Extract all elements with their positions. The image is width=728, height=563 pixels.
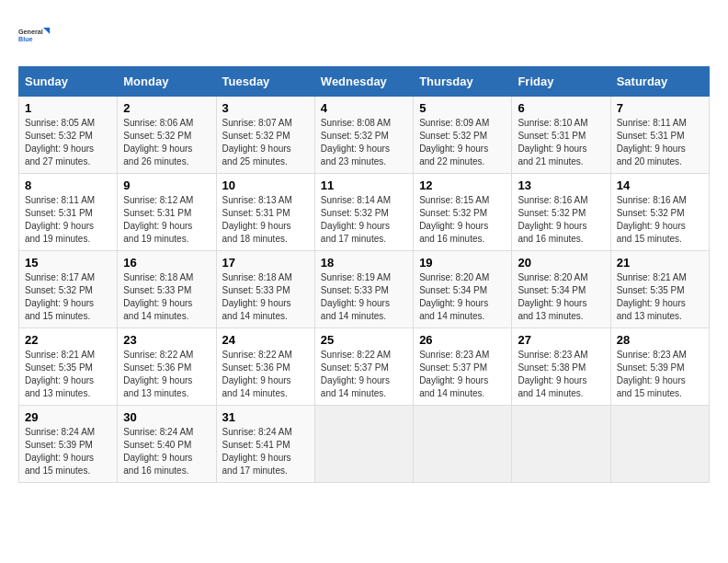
day-cell-24: 24 Sunrise: 8:22 AMSunset: 5:36 PMDaylig… (216, 328, 314, 406)
day-cell-1: 1 Sunrise: 8:05 AMSunset: 5:32 PMDayligh… (19, 97, 118, 174)
day-number: 30 (123, 410, 210, 424)
header-row: SundayMondayTuesdayWednesdayThursdayFrid… (19, 67, 710, 97)
day-info: Sunrise: 8:11 AMSunset: 5:31 PMDaylight:… (617, 118, 687, 167)
day-number: 6 (518, 101, 604, 115)
day-info: Sunrise: 8:17 AMSunset: 5:32 PMDaylight:… (25, 272, 95, 321)
day-cell-6: 6 Sunrise: 8:10 AMSunset: 5:31 PMDayligh… (512, 97, 610, 174)
day-info: Sunrise: 8:14 AMSunset: 5:32 PMDaylight:… (321, 195, 391, 244)
day-info: Sunrise: 8:18 AMSunset: 5:33 PMDaylight:… (222, 272, 292, 321)
day-number: 4 (321, 101, 407, 115)
day-cell-2: 2 Sunrise: 8:06 AMSunset: 5:32 PMDayligh… (118, 97, 216, 174)
day-info: Sunrise: 8:10 AMSunset: 5:31 PMDaylight:… (518, 118, 587, 167)
header-monday: Monday (118, 67, 216, 97)
day-cell-16: 16 Sunrise: 8:18 AMSunset: 5:33 PMDaylig… (118, 251, 216, 328)
day-cell-5: 5 Sunrise: 8:09 AMSunset: 5:32 PMDayligh… (414, 97, 512, 174)
day-info: Sunrise: 8:20 AMSunset: 5:34 PMDaylight:… (419, 272, 489, 321)
header-saturday: Saturday (610, 67, 709, 97)
header-wednesday: Wednesday (314, 67, 413, 97)
day-info: Sunrise: 8:08 AMSunset: 5:32 PMDaylight:… (321, 118, 391, 167)
day-cell-9: 9 Sunrise: 8:12 AMSunset: 5:31 PMDayligh… (118, 174, 216, 251)
day-info: Sunrise: 8:12 AMSunset: 5:31 PMDaylight:… (123, 195, 193, 244)
empty-cell (314, 406, 413, 483)
svg-marker-2 (43, 28, 50, 34)
logo-icon: GeneralBlue (18, 18, 51, 52)
day-number: 10 (222, 178, 309, 192)
day-number: 5 (419, 101, 506, 115)
day-info: Sunrise: 8:13 AMSunset: 5:31 PMDaylight:… (222, 195, 292, 244)
day-info: Sunrise: 8:07 AMSunset: 5:32 PMDaylight:… (222, 118, 292, 167)
day-cell-3: 3 Sunrise: 8:07 AMSunset: 5:32 PMDayligh… (216, 97, 314, 174)
day-info: Sunrise: 8:15 AMSunset: 5:32 PMDaylight:… (419, 195, 489, 244)
day-cell-28: 28 Sunrise: 8:23 AMSunset: 5:39 PMDaylig… (610, 328, 709, 406)
day-info: Sunrise: 8:19 AMSunset: 5:33 PMDaylight:… (321, 272, 391, 321)
day-info: Sunrise: 8:23 AMSunset: 5:39 PMDaylight:… (617, 350, 687, 398)
day-cell-25: 25 Sunrise: 8:22 AMSunset: 5:37 PMDaylig… (314, 328, 413, 406)
day-cell-7: 7 Sunrise: 8:11 AMSunset: 5:31 PMDayligh… (610, 97, 709, 174)
calendar-table: SundayMondayTuesdayWednesdayThursdayFrid… (18, 66, 710, 483)
week-row-1: 1 Sunrise: 8:05 AMSunset: 5:32 PMDayligh… (19, 97, 710, 174)
day-info: Sunrise: 8:20 AMSunset: 5:34 PMDaylight:… (518, 272, 587, 321)
day-cell-21: 21 Sunrise: 8:21 AMSunset: 5:35 PMDaylig… (610, 251, 709, 328)
day-cell-13: 13 Sunrise: 8:16 AMSunset: 5:32 PMDaylig… (512, 174, 610, 251)
day-info: Sunrise: 8:23 AMSunset: 5:38 PMDaylight:… (518, 350, 587, 398)
day-cell-15: 15 Sunrise: 8:17 AMSunset: 5:32 PMDaylig… (19, 251, 118, 328)
day-cell-20: 20 Sunrise: 8:20 AMSunset: 5:34 PMDaylig… (512, 251, 610, 328)
empty-cell (610, 406, 709, 483)
day-number: 8 (25, 178, 111, 192)
day-number: 21 (617, 256, 703, 270)
day-cell-27: 27 Sunrise: 8:23 AMSunset: 5:38 PMDaylig… (512, 328, 610, 406)
day-number: 17 (222, 256, 309, 270)
day-info: Sunrise: 8:11 AMSunset: 5:31 PMDaylight:… (25, 195, 95, 244)
day-info: Sunrise: 8:22 AMSunset: 5:37 PMDaylight:… (321, 350, 391, 398)
week-row-4: 22 Sunrise: 8:21 AMSunset: 5:35 PMDaylig… (19, 328, 710, 406)
day-number: 26 (419, 333, 506, 347)
day-cell-19: 19 Sunrise: 8:20 AMSunset: 5:34 PMDaylig… (414, 251, 512, 328)
header-sunday: Sunday (19, 67, 118, 97)
day-cell-12: 12 Sunrise: 8:15 AMSunset: 5:32 PMDaylig… (414, 174, 512, 251)
svg-text:Blue: Blue (18, 35, 33, 43)
day-number: 7 (617, 101, 703, 115)
day-info: Sunrise: 8:21 AMSunset: 5:35 PMDaylight:… (617, 272, 687, 321)
day-info: Sunrise: 8:24 AMSunset: 5:40 PMDaylight:… (123, 427, 193, 476)
day-number: 29 (25, 410, 111, 424)
week-row-2: 8 Sunrise: 8:11 AMSunset: 5:31 PMDayligh… (19, 174, 710, 251)
day-number: 9 (123, 178, 210, 192)
day-number: 14 (617, 178, 703, 192)
day-info: Sunrise: 8:16 AMSunset: 5:32 PMDaylight:… (518, 195, 587, 244)
day-info: Sunrise: 8:24 AMSunset: 5:41 PMDaylight:… (222, 427, 292, 476)
header-tuesday: Tuesday (216, 67, 314, 97)
logo: GeneralBlue (18, 18, 51, 52)
day-number: 2 (123, 101, 210, 115)
day-cell-4: 4 Sunrise: 8:08 AMSunset: 5:32 PMDayligh… (314, 97, 413, 174)
empty-cell (512, 406, 610, 483)
day-cell-17: 17 Sunrise: 8:18 AMSunset: 5:33 PMDaylig… (216, 251, 314, 328)
header-friday: Friday (512, 67, 610, 97)
day-number: 25 (321, 333, 407, 347)
day-info: Sunrise: 8:22 AMSunset: 5:36 PMDaylight:… (222, 350, 292, 398)
day-number: 11 (321, 178, 407, 192)
day-number: 12 (419, 178, 506, 192)
page-header: GeneralBlue (18, 18, 710, 52)
day-number: 13 (518, 178, 604, 192)
header-thursday: Thursday (414, 67, 512, 97)
day-number: 28 (617, 333, 703, 347)
week-row-5: 29 Sunrise: 8:24 AMSunset: 5:39 PMDaylig… (19, 406, 710, 483)
day-cell-10: 10 Sunrise: 8:13 AMSunset: 5:31 PMDaylig… (216, 174, 314, 251)
day-info: Sunrise: 8:21 AMSunset: 5:35 PMDaylight:… (25, 350, 95, 398)
day-cell-26: 26 Sunrise: 8:23 AMSunset: 5:37 PMDaylig… (414, 328, 512, 406)
day-cell-14: 14 Sunrise: 8:16 AMSunset: 5:32 PMDaylig… (610, 174, 709, 251)
svg-text:General: General (18, 28, 43, 36)
day-info: Sunrise: 8:18 AMSunset: 5:33 PMDaylight:… (123, 272, 193, 321)
day-info: Sunrise: 8:23 AMSunset: 5:37 PMDaylight:… (419, 350, 489, 398)
day-cell-30: 30 Sunrise: 8:24 AMSunset: 5:40 PMDaylig… (118, 406, 216, 483)
day-info: Sunrise: 8:06 AMSunset: 5:32 PMDaylight:… (123, 118, 193, 167)
day-cell-23: 23 Sunrise: 8:22 AMSunset: 5:36 PMDaylig… (118, 328, 216, 406)
week-row-3: 15 Sunrise: 8:17 AMSunset: 5:32 PMDaylig… (19, 251, 710, 328)
day-info: Sunrise: 8:16 AMSunset: 5:32 PMDaylight:… (617, 195, 687, 244)
day-cell-22: 22 Sunrise: 8:21 AMSunset: 5:35 PMDaylig… (19, 328, 118, 406)
day-cell-18: 18 Sunrise: 8:19 AMSunset: 5:33 PMDaylig… (314, 251, 413, 328)
day-number: 16 (123, 256, 210, 270)
day-cell-11: 11 Sunrise: 8:14 AMSunset: 5:32 PMDaylig… (314, 174, 413, 251)
day-info: Sunrise: 8:22 AMSunset: 5:36 PMDaylight:… (123, 350, 193, 398)
day-number: 19 (419, 256, 506, 270)
